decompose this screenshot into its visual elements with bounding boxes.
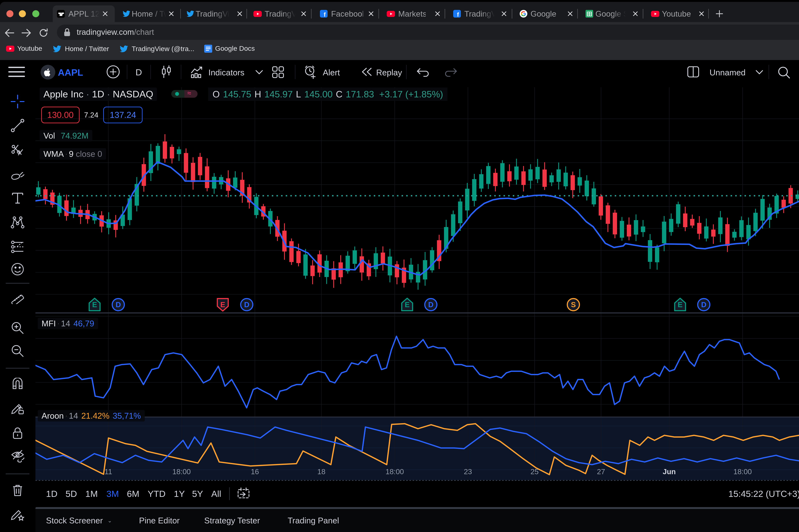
svg-text:S: S: [571, 301, 576, 309]
svg-text:D: D: [115, 301, 121, 309]
svg-text:E: E: [405, 301, 410, 309]
svg-text:E: E: [220, 301, 225, 309]
svg-text:D: D: [701, 301, 706, 309]
svg-text:E: E: [678, 301, 683, 309]
svg-text:f: f: [324, 11, 326, 18]
svg-text:D: D: [428, 301, 433, 309]
svg-text:E: E: [92, 301, 97, 309]
svg-text:f: f: [457, 11, 459, 18]
svg-text:D: D: [244, 301, 249, 309]
